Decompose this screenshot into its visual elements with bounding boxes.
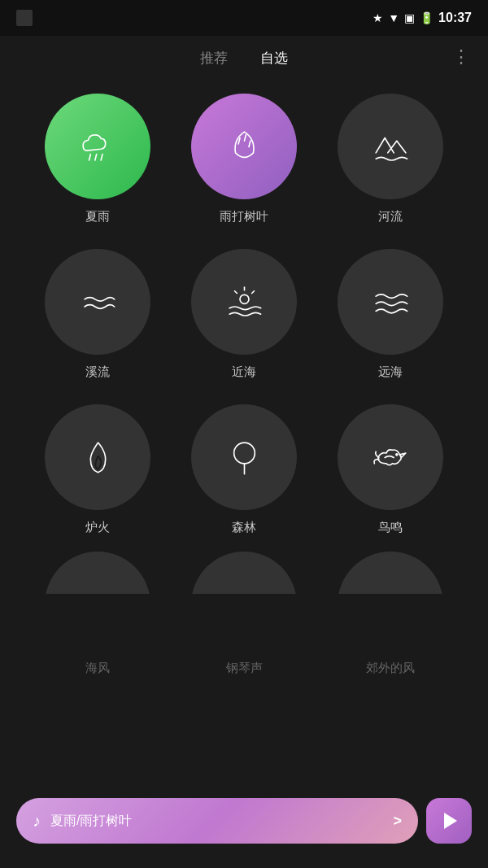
- nearshore-icon: [220, 277, 268, 326]
- sound-item-ocean[interactable]: 远海: [317, 249, 464, 380]
- sound-label-stream: 溪流: [85, 364, 110, 380]
- svg-rect-13: [231, 597, 258, 617]
- sound-item-summer-rain[interactable]: 夏雨: [24, 94, 171, 225]
- music-note-icon: ♪: [33, 812, 41, 831]
- svg-line-8: [251, 290, 254, 293]
- more-menu-button[interactable]: ⋮: [452, 46, 468, 68]
- player-main[interactable]: ♪ 夏雨/雨打树叶 >: [16, 798, 418, 844]
- sound-item-river[interactable]: 河流: [317, 94, 464, 225]
- bottom-item-outdoor-wind[interactable]: 郊外的风: [317, 552, 464, 676]
- sound-circle-nearshore: [191, 249, 297, 355]
- sound-label-fire: 炉火: [85, 520, 110, 535]
- svg-point-12: [395, 453, 399, 456]
- sound-circle-rain-leaves: [191, 94, 297, 199]
- player-play-button[interactable]: [426, 798, 472, 844]
- bottom-item-piano[interactable]: 钢琴声: [171, 552, 317, 676]
- player-track-name: 夏雨/雨打树叶: [50, 813, 393, 830]
- rain-leaf-icon: [220, 122, 268, 171]
- player-arrow-icon[interactable]: >: [393, 813, 402, 830]
- bottom-label-piano: 钢琴声: [226, 661, 263, 676]
- svg-line-4: [244, 134, 246, 140]
- svg-line-2: [101, 154, 102, 159]
- sound-item-birds[interactable]: 鸟鸣: [317, 404, 464, 535]
- status-right: ★ ▼ ▣ 🔋 10:37: [373, 11, 472, 25]
- sound-label-ocean: 远海: [378, 364, 403, 380]
- play-icon: [444, 813, 457, 829]
- stream-icon: [73, 277, 122, 326]
- sound-label-forest: 森林: [232, 520, 256, 535]
- sound-circle-fire: [45, 404, 150, 510]
- status-bar: ★ ▼ ▣ 🔋 10:37: [0, 0, 488, 36]
- ocean-icon: [366, 277, 415, 326]
- sound-circle-summer-rain: [45, 94, 150, 199]
- sound-item-rain-leaves[interactable]: 雨打树叶: [171, 94, 317, 225]
- bottom-item-sea-wind[interactable]: 海风: [24, 552, 171, 676]
- status-left-icon: [16, 10, 33, 26]
- sound-item-forest[interactable]: 森林: [171, 404, 317, 535]
- sound-item-fire[interactable]: 炉火: [24, 404, 171, 535]
- fire-icon: [73, 433, 122, 482]
- sound-label-rain-leaves: 雨打树叶: [220, 209, 268, 225]
- svg-line-1: [94, 154, 96, 159]
- sound-grid: 夏雨 雨打树叶: [0, 77, 488, 560]
- river-icon: [366, 122, 415, 171]
- sound-item-stream[interactable]: 溪流: [24, 249, 171, 380]
- bottom-circle-outdoor-wind: [338, 552, 443, 657]
- status-time: 10:37: [438, 11, 472, 25]
- sound-circle-stream: [45, 249, 150, 355]
- sound-circle-forest: [191, 404, 297, 510]
- bottom-circle-sea-wind: [45, 552, 150, 657]
- svg-line-5: [249, 141, 251, 146]
- svg-rect-19: [246, 597, 251, 608]
- birds-icon: [366, 433, 415, 482]
- sound-circle-river: [338, 94, 443, 199]
- svg-rect-17: [234, 597, 238, 608]
- sound-item-nearshore[interactable]: 近海: [171, 249, 317, 380]
- wifi-icon: ▼: [388, 11, 399, 24]
- tab-custom[interactable]: 自选: [260, 49, 288, 68]
- battery-icon: 🔋: [420, 11, 434, 24]
- svg-point-10: [233, 443, 255, 464]
- bottom-label-outdoor-wind: 郊外的风: [366, 661, 415, 676]
- star-icon: ★: [373, 11, 383, 24]
- svg-line-9: [234, 290, 237, 293]
- sound-circle-birds: [338, 404, 443, 510]
- player-bar: ♪ 夏雨/雨打树叶 >: [16, 798, 472, 844]
- bottom-row: 海风 钢琴声 郊外的风: [0, 552, 488, 676]
- svg-line-3: [238, 137, 240, 143]
- tab-recommend[interactable]: 推荐: [200, 49, 228, 68]
- sound-label-nearshore: 近海: [232, 364, 256, 380]
- bottom-circle-piano: [191, 552, 297, 657]
- svg-line-0: [89, 154, 90, 159]
- sound-label-summer-rain: 夏雨: [85, 209, 110, 225]
- svg-rect-18: [240, 597, 244, 608]
- signal-icon: ▣: [404, 11, 415, 24]
- svg-point-6: [240, 294, 249, 303]
- bottom-label-sea-wind: 海风: [85, 661, 110, 676]
- sound-label-birds: 鸟鸣: [378, 520, 403, 535]
- rain-icon: [73, 122, 122, 171]
- sound-label-river: 河流: [378, 209, 403, 225]
- tab-bar: 推荐 自选 ⋮: [0, 36, 488, 77]
- forest-icon: [220, 433, 268, 482]
- sound-circle-ocean: [338, 249, 443, 355]
